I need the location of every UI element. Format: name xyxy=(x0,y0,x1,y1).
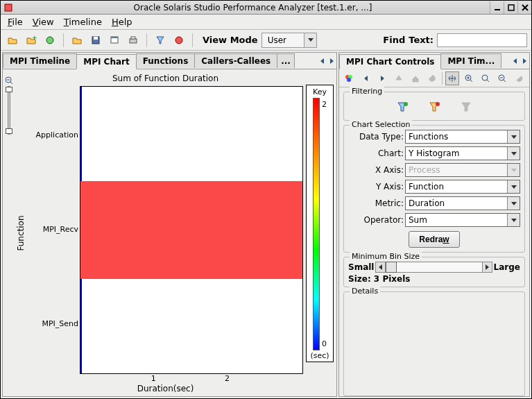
bin-size-value: Size: 3 Pixels xyxy=(348,274,520,284)
refresh-icon xyxy=(425,71,439,85)
color-gradient xyxy=(313,98,320,350)
nav-back-icon xyxy=(359,71,372,85)
svg-rect-8 xyxy=(94,37,98,40)
separator xyxy=(63,33,64,47)
right-toolbar xyxy=(339,69,529,87)
svg-point-24 xyxy=(482,75,488,80)
tab-mpi-chart-controls[interactable]: MPI Chart Controls xyxy=(339,54,441,69)
bin-size-slider[interactable] xyxy=(375,262,492,273)
svg-line-3 xyxy=(522,5,528,10)
svg-rect-2 xyxy=(508,5,514,10)
filter-icon[interactable] xyxy=(153,33,168,48)
app-icon xyxy=(3,3,13,12)
svg-text:+: + xyxy=(32,35,37,41)
tabs-scroll-right[interactable] xyxy=(327,54,336,68)
menu-file[interactable]: File xyxy=(8,17,23,27)
minimize-button[interactable] xyxy=(490,1,504,14)
chevron-down-icon xyxy=(507,214,520,226)
close-button[interactable] xyxy=(517,1,531,14)
tab-mpi-timeline-controls[interactable]: MPI Tim... xyxy=(440,53,501,68)
svg-line-4 xyxy=(522,5,528,10)
zoom-out-icon[interactable] xyxy=(495,71,509,85)
add-experiment-icon[interactable]: + xyxy=(24,33,39,48)
svg-rect-12 xyxy=(131,37,135,39)
tab-more[interactable]: ... xyxy=(277,53,295,68)
filter-add-icon[interactable] xyxy=(395,99,410,114)
svg-point-19 xyxy=(347,78,351,82)
filter-remove-icon[interactable] xyxy=(427,99,442,114)
run-icon[interactable] xyxy=(42,33,58,48)
find-input[interactable] xyxy=(437,33,527,47)
operator-dropdown[interactable]: Sum xyxy=(405,213,520,227)
maximize-button[interactable] xyxy=(504,1,517,14)
settings-icon[interactable] xyxy=(171,33,187,48)
separator xyxy=(192,33,193,47)
chart-title: Sum of Function Duration xyxy=(28,72,303,85)
window-titlebar: Oracle Solaris Studio Performance Analyz… xyxy=(1,1,531,15)
filtering-legend: Filtering xyxy=(350,87,384,96)
chevron-down-icon xyxy=(507,130,520,143)
y-axis-label: Function xyxy=(16,215,26,251)
key-min: 0 xyxy=(322,339,327,348)
menu-help[interactable]: Help xyxy=(112,17,132,27)
key-unit: (sec) xyxy=(310,351,329,360)
view-mode-value: User xyxy=(262,35,304,45)
ytick: Application xyxy=(36,130,78,139)
menubar: File View Timeline Help xyxy=(1,15,531,30)
x-axis-ticks: 1 2 xyxy=(80,374,303,384)
open-experiment-icon[interactable] xyxy=(5,33,20,48)
xaxis-dropdown: Process xyxy=(405,163,520,177)
svg-point-6 xyxy=(46,37,53,44)
details-legend: Details xyxy=(350,287,380,296)
open-file-icon[interactable] xyxy=(69,33,85,48)
menu-view[interactable]: View xyxy=(33,17,54,27)
svg-rect-10 xyxy=(111,37,118,38)
tab-mpi-timeline[interactable]: MPI Timeline xyxy=(3,53,77,68)
chart-plot[interactable] xyxy=(80,86,303,374)
metric-dropdown[interactable]: Duration xyxy=(405,196,520,210)
zoom-out-icon[interactable] xyxy=(5,76,13,85)
chevron-down-icon xyxy=(507,197,520,210)
svg-line-15 xyxy=(10,82,12,84)
key-title: Key xyxy=(313,87,327,96)
tab-functions[interactable]: Functions xyxy=(136,53,196,68)
tab-callers-callees[interactable]: Callers-Callees xyxy=(194,53,277,68)
print-icon[interactable] xyxy=(126,33,141,48)
slider-right-arrow[interactable] xyxy=(482,262,492,272)
datatype-dropdown[interactable]: Functions xyxy=(405,130,520,144)
slider-left-arrow[interactable] xyxy=(376,262,386,272)
chevron-down-icon xyxy=(304,33,316,47)
nav-forward-icon xyxy=(375,71,389,85)
ytick: MPI_Recv xyxy=(43,225,78,234)
save-icon[interactable] xyxy=(88,33,103,48)
right-pane: MPI Chart Controls MPI Tim... Filtering xyxy=(338,52,530,397)
datatype-label: Data Type: xyxy=(348,132,404,142)
separator xyxy=(146,33,147,47)
x-axis-label: Duration(sec) xyxy=(28,384,303,393)
new-window-icon[interactable] xyxy=(107,33,122,48)
colors-icon[interactable] xyxy=(342,71,356,85)
zoom-in-icon[interactable] xyxy=(462,71,476,85)
bar-mpi-send xyxy=(80,279,82,373)
zoom-fit-icon[interactable] xyxy=(479,71,492,85)
tabs-scroll-left[interactable] xyxy=(510,54,520,68)
tabs-scroll-left[interactable] xyxy=(317,54,327,68)
chevron-down-icon xyxy=(507,164,520,176)
view-mode-dropdown[interactable]: User xyxy=(261,33,317,48)
chart-dropdown[interactable]: Y Histogram xyxy=(405,146,520,160)
chevron-down-icon xyxy=(507,147,520,160)
yaxis-dropdown[interactable]: Function xyxy=(405,180,520,194)
menu-timeline[interactable]: Timeline xyxy=(64,17,102,27)
redraw-button[interactable]: Redraw xyxy=(409,231,459,248)
chevron-down-icon xyxy=(507,180,520,193)
min-bin-group: Minimum Bin Size Small Large Size: 3 Pix… xyxy=(343,257,525,287)
xaxis-label: X Axis: xyxy=(348,165,404,175)
filtering-group: Filtering xyxy=(343,92,525,121)
details-group: Details xyxy=(343,291,525,396)
tabs-scroll-right[interactable] xyxy=(520,54,529,68)
zoom-slider[interactable] xyxy=(8,86,10,135)
left-tabrow: MPI Timeline MPI Chart Functions Callers… xyxy=(3,53,336,69)
pan-icon[interactable] xyxy=(445,71,459,85)
tab-mpi-chart[interactable]: MPI Chart xyxy=(76,54,136,69)
svg-line-25 xyxy=(487,80,489,82)
